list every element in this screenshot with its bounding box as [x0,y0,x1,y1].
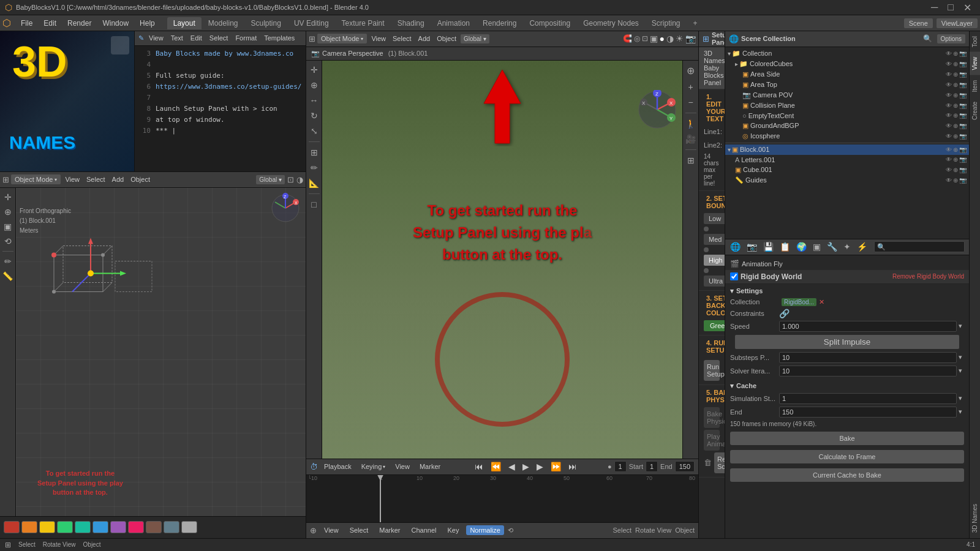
gb-eye[interactable]: 👁 [946,122,952,129]
mv-camera-icon[interactable]: 📷 [685,34,696,43]
mv-nav-up[interactable]: ⊕ [685,63,696,78]
tree-block001[interactable]: ▾ ▣ Block.001 👁⊕📷 [725,144,969,155]
speed-value[interactable]: 1.000 [779,321,957,332]
cp-render[interactable]: 📷 [959,92,967,99]
at-render[interactable]: 📷 [959,81,967,88]
cpl-cursor[interactable]: ⊕ [953,102,958,109]
tl-bottom-channel[interactable]: Channel [407,525,440,535]
mv-walk-nav[interactable]: 🚶 [684,117,698,130]
tab-create[interactable]: Create [970,97,980,125]
b1-render[interactable]: 📷 [959,146,967,153]
remove-rb-world-btn[interactable]: Remove Rigid Body World [892,273,964,280]
tl-next-frame[interactable]: ▶ [534,460,546,473]
g1-render[interactable]: 📷 [959,177,967,184]
end-value[interactable]: 150 [779,407,957,418]
substeps-value[interactable]: 10 [779,352,957,363]
tree-cube001[interactable]: ▣ Cube.001 👁⊕📷 [725,165,969,175]
props-tab-scene[interactable]: 🌐 [728,241,743,253]
swatch-brown[interactable] [146,521,162,533]
mv-scale-tool[interactable]: ⤡ [309,124,320,138]
mv-cursor-tool[interactable]: ✛ [309,63,320,77]
mv-zoom-in[interactable]: + [686,80,695,94]
mv-select-tool[interactable]: ⊕ [309,78,320,92]
mv-global-btn[interactable]: Global ▾ [461,34,489,43]
sc-filter-icon[interactable]: 🔍 [923,34,932,43]
at-eye[interactable]: 👁 [946,81,952,88]
mv-shading-render[interactable]: ☀ [676,34,684,43]
menu-help[interactable]: Help [135,17,160,29]
tl-jump-end[interactable]: ⏭ [566,460,579,473]
props-tab-physics[interactable]: ⚡ [854,241,870,253]
solver-stepper[interactable]: ▾ [957,367,964,375]
maximize-btn[interactable]: □ [944,2,957,13]
tree-letters001[interactable]: A Letters.001 👁⊕📷 [725,155,969,165]
mv-zoom-out[interactable]: − [686,96,695,109]
mv-lock-camera[interactable]: 🎥 [684,132,698,146]
tl-normalize-icon[interactable]: ⟲ [508,527,513,534]
menu-window[interactable]: Window [97,17,134,29]
tl-bottom-key[interactable]: Key [443,525,462,535]
mv-shading-solid[interactable]: ● [660,34,665,43]
tl-normalize-active[interactable]: Normalize [466,525,504,535]
tl-bottom-marker[interactable]: Marker [375,525,404,535]
tl-prev-keyframe[interactable]: ⏪ [488,460,503,473]
bounce-high-btn[interactable]: High [704,255,725,266]
ws-add[interactable]: + [687,17,704,29]
gb-render[interactable]: 📷 [959,122,967,129]
swatch-orange[interactable] [21,521,37,533]
mv-move-tool[interactable]: ↔ [308,94,320,107]
tree-collection[interactable]: ▾ 📁 Collection 👁 ⊕ 📷 [725,48,969,59]
collection-value[interactable]: RigidBod... [782,298,816,306]
mv-shading-mat[interactable]: ◑ [666,34,674,43]
select-box-tool[interactable]: ▣ [2,220,13,233]
scene-selector[interactable]: Scene [904,18,933,28]
tl-keying-btn[interactable]: Keying ▾ [358,462,390,471]
mv-view-btn[interactable]: View [369,34,388,43]
bake-btn[interactable]: Bake [730,432,964,445]
tl-next-keyframe[interactable]: ⏩ [548,460,564,473]
mv-add-cube[interactable]: □ [309,198,318,211]
text-editor-menu-format[interactable]: Format [233,33,259,43]
settings-section-header[interactable]: ▾ Settings [725,285,969,297]
props-tab-particles[interactable]: ✦ [841,241,853,253]
collection-x-btn[interactable]: ✕ [819,298,824,306]
run-setup-btn[interactable]: Run Setup [704,360,720,381]
tree-guides[interactable]: 📏 Guides 👁⊕📷 [725,175,969,186]
cpl-eye[interactable]: 👁 [946,102,952,109]
mv-object-btn[interactable]: Object [434,34,459,43]
close-btn[interactable]: ✕ [960,2,975,13]
tab-3dnames[interactable]: 3D Names [970,499,980,538]
tree-icosphere[interactable]: ◎ Icosphere 👁⊕📷 [725,131,969,141]
speed-stepper[interactable]: ▾ [957,322,964,330]
tree-ground-bgp[interactable]: ▣ GroundAndBGP 👁⊕📷 [725,121,969,131]
cache-section-header[interactable]: ▾ Cache [725,380,969,392]
mv-add-btn[interactable]: Add [416,34,433,43]
main-object-mode-dropdown[interactable]: Object Mode ▾ [317,34,367,43]
swatch-red[interactable] [4,521,20,533]
mv-transform-tool[interactable]: ⊞ [309,146,320,159]
sim-start-stepper[interactable]: ▾ [957,394,964,402]
swatch-gray[interactable] [164,521,179,533]
props-tab-world[interactable]: 🌍 [794,241,809,253]
et-cursor[interactable]: ⊕ [953,112,958,119]
ws-scripting[interactable]: Scripting [646,17,687,29]
tree-colored-cubes[interactable]: ▸ 📁 ColoredCubes 👁 ⊕ 📷 [725,59,969,69]
vp-overlay-icon[interactable]: ⊡ [287,175,294,184]
calc-frame-btn[interactable]: Calculate to Frame [730,450,964,463]
viewlayer-selector[interactable]: ViewLayer [937,18,978,28]
mv-snap-icon[interactable]: 🧲 [623,34,632,43]
tl-frame-value[interactable]: 1 [614,461,627,472]
mv-rotate-tool[interactable]: ↻ [309,109,320,122]
vp-object-btn[interactable]: Object [128,174,153,184]
mv-proportional-icon[interactable]: ◎ [634,34,640,43]
menu-render[interactable]: Render [62,17,96,29]
tl-prev-frame[interactable]: ◀ [506,460,518,473]
b1-eye[interactable]: 👁 [946,146,952,153]
as-render[interactable]: 📷 [959,71,967,78]
tl-bottom-view[interactable]: View [320,525,342,535]
cpl-render[interactable]: 📷 [959,102,967,109]
cc-render[interactable]: 📷 [959,61,967,67]
sc-options-btn[interactable]: Options [937,34,965,43]
cursor-tool[interactable]: ✛ [2,190,13,204]
tree-camera-pov[interactable]: 📷 Camera POV 👁⊕📷 [725,90,969,100]
